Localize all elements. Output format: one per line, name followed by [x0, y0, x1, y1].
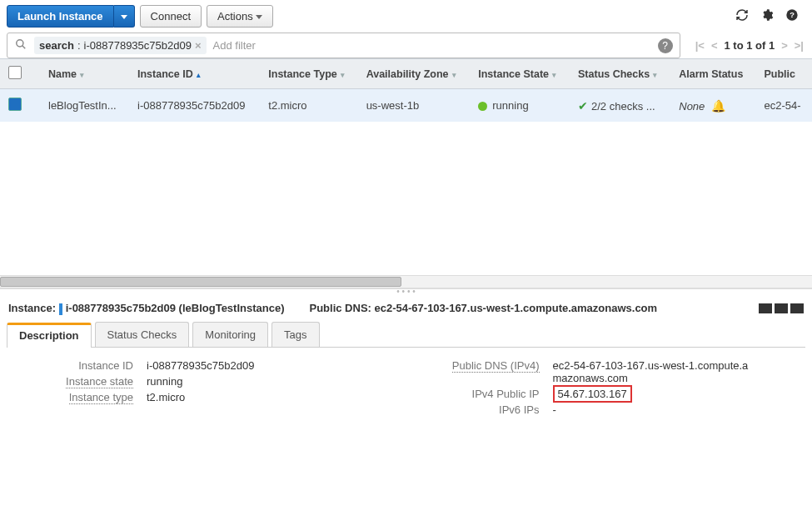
launch-instance-dropdown[interactable]: [114, 5, 135, 28]
horizontal-scrollbar[interactable]: [0, 275, 812, 288]
add-filter-placeholder[interactable]: Add filter: [213, 39, 256, 52]
refresh-icon[interactable]: [735, 8, 749, 24]
pager: |< < 1 to 1 of 1 > >|: [687, 39, 812, 52]
label-ipv6: IPv6 IPs: [423, 403, 553, 416]
cell-checks: ✔2/2 checks ...: [570, 89, 670, 123]
tab-status-checks[interactable]: Status Checks: [95, 322, 190, 347]
value-instance-state: running: [147, 375, 182, 388]
sort-icon: ▾: [452, 71, 456, 79]
status-ok-icon: ✔: [578, 99, 588, 113]
remove-filter-icon[interactable]: ×: [195, 39, 202, 52]
page-next-icon[interactable]: >: [781, 39, 788, 52]
state-running-icon: [478, 102, 487, 111]
sort-icon: ▾: [341, 71, 345, 79]
sort-icon: ▾: [80, 71, 84, 79]
cell-alarm: None 🔔: [670, 89, 755, 123]
row-checkbox[interactable]: [8, 98, 22, 111]
cell-instance-id: i-088778935c75b2d09: [129, 89, 260, 123]
sort-icon: ▴: [197, 71, 201, 79]
label-instance-state: Instance state: [66, 375, 133, 388]
col-alarm[interactable]: Alarm Status: [670, 59, 755, 89]
launch-instance-group: Launch Instance: [7, 5, 135, 28]
value-public-dns: ec2-54-67-103-167.us-west-1.compute.amaz…: [553, 359, 753, 384]
col-checks[interactable]: Status Checks▾: [570, 59, 670, 89]
value-public-ip: 54.67.103.167: [553, 385, 632, 403]
alarm-bell-icon[interactable]: 🔔: [711, 99, 725, 113]
svg-line-3: [22, 46, 26, 49]
svg-text:?: ?: [790, 11, 795, 19]
label-instance-type: Instance type: [69, 391, 133, 404]
cell-az: us-west-1b: [358, 89, 471, 123]
instance-indicator-icon: [59, 303, 62, 315]
label-public-dns: Public DNS (IPv4): [452, 359, 540, 373]
scrollbar-thumb[interactable]: [0, 277, 401, 287]
search-help-icon[interactable]: ?: [658, 38, 673, 53]
tab-tags[interactable]: Tags: [271, 322, 319, 347]
view-btn-3[interactable]: [790, 303, 804, 313]
page-last-icon[interactable]: >|: [795, 39, 804, 52]
page-first-icon[interactable]: |<: [695, 39, 705, 52]
sort-icon: ▾: [653, 71, 657, 79]
value-ipv6: -: [553, 403, 556, 416]
sort-icon: ▾: [552, 71, 556, 79]
col-name[interactable]: Name▾: [40, 59, 129, 89]
tab-monitoring[interactable]: Monitoring: [192, 322, 268, 347]
col-public[interactable]: Public: [755, 59, 812, 89]
view-btn-2[interactable]: [775, 303, 788, 313]
label-instance-id: Instance ID: [17, 359, 147, 372]
col-instance-id[interactable]: Instance ID▴: [129, 59, 260, 89]
cell-state: running: [470, 89, 570, 123]
filter-bar[interactable]: search : i-088778935c75b2d09 × Add filte…: [7, 33, 680, 58]
chevron-down-icon: [121, 15, 127, 19]
search-icon: [14, 38, 27, 53]
filter-tag: search : i-088778935c75b2d09 ×: [34, 37, 207, 54]
detail-header: Instance: i-088778935c75b2d09 (leBlogTes…: [0, 295, 812, 322]
launch-instance-button[interactable]: Launch Instance: [7, 5, 114, 28]
value-instance-type: t2.micro: [147, 391, 185, 403]
label-public-ip: IPv4 Public IP: [423, 388, 553, 400]
tab-description[interactable]: Description: [7, 323, 92, 348]
help-icon[interactable]: ?: [785, 8, 799, 24]
pane-splitter[interactable]: • • • •: [0, 288, 812, 295]
cell-instance-type: t2.micro: [260, 89, 357, 123]
page-prev-icon[interactable]: <: [711, 39, 718, 52]
value-instance-id: i-088778935c75b2d09: [147, 359, 254, 372]
select-all-checkbox[interactable]: [8, 66, 22, 79]
chevron-down-icon: [256, 15, 262, 19]
cell-public: ec2-54-: [755, 89, 812, 123]
cell-name: leBlogTestIn...: [40, 89, 129, 123]
col-az[interactable]: Availability Zone▾: [358, 59, 471, 89]
gear-icon[interactable]: [760, 8, 774, 24]
connect-button[interactable]: Connect: [140, 5, 202, 28]
view-btn-1[interactable]: [759, 303, 772, 313]
view-mode-buttons: [759, 303, 804, 313]
col-state[interactable]: Instance State▾: [470, 59, 570, 89]
actions-button[interactable]: Actions: [207, 5, 273, 28]
detail-tabs: Description Status Checks Monitoring Tag…: [7, 322, 805, 348]
col-instance-type[interactable]: Instance Type▾: [260, 59, 357, 89]
instances-table: Name▾ Instance ID▴ Instance Type▾ Availa…: [0, 58, 812, 122]
svg-point-2: [17, 40, 23, 47]
table-row[interactable]: leBlogTestIn... i-088778935c75b2d09 t2.m…: [0, 89, 812, 123]
page-text: 1 to 1 of 1: [724, 39, 775, 52]
